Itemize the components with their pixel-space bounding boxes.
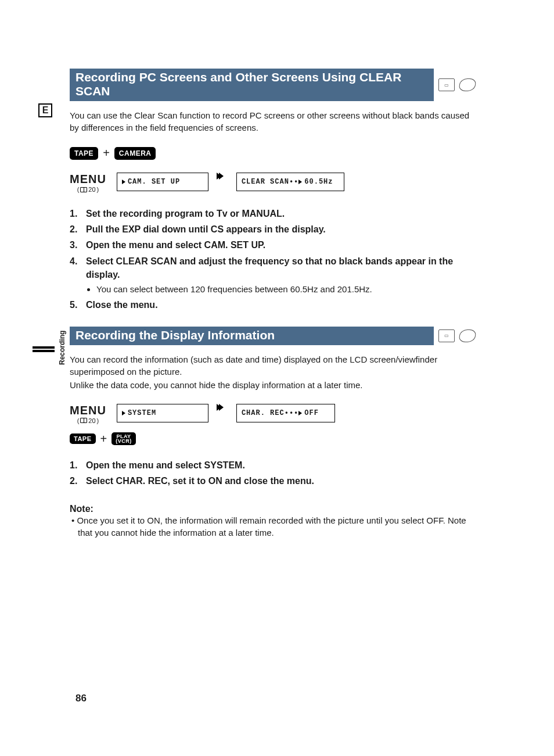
section2-mode-row: TAPE + PLAY (VCR) <box>70 432 476 446</box>
menu-page-ref: ( 20) <box>70 417 106 424</box>
step-5: Close the menu. <box>70 298 476 311</box>
language-indicator: E <box>38 103 52 117</box>
section2-steps: Open the menu and select SYSTEM. Select … <box>70 458 476 488</box>
book-icon <box>80 418 87 423</box>
step-1: Open the menu and select SYSTEM. <box>70 458 476 472</box>
section2-intro-2: Unlike the data code, you cannot hide th… <box>70 379 476 391</box>
menu-box2-left: CLEAR SCAN <box>242 178 289 186</box>
double-triangle-icon <box>219 173 224 180</box>
menu-label-block: MENU ( 20) <box>70 173 106 193</box>
menu-word: MENU <box>70 404 106 417</box>
section2-intro-1: You can record the information (such as … <box>70 353 476 378</box>
menu-label-block: MENU ( 20) <box>70 404 106 424</box>
section-marker-bars <box>33 346 55 349</box>
note-heading: Note: <box>70 504 476 514</box>
section1-mode-row: TAPE + CAMERA <box>70 146 476 160</box>
section2-title: Recording the Display Information <box>70 327 434 345</box>
play-vcr-pill: PLAY (VCR) <box>111 432 136 445</box>
menu-box3-text: SYSTEM <box>128 409 156 417</box>
menu-box4-right: OFF <box>304 409 319 417</box>
step-4-text: Select CLEAR SCAN and adjust the frequen… <box>86 256 453 280</box>
menu-box-cam-setup: CAM. SET UP <box>117 173 208 191</box>
card-mode-icon <box>458 329 477 342</box>
section1-intro: You can use the Clear Scan function to r… <box>70 109 476 134</box>
book-icon <box>80 187 87 192</box>
dots: ••• <box>285 409 299 417</box>
menu-page-num: 20 <box>88 417 95 424</box>
section2-header: Recording the Display Information ▭ <box>70 327 476 345</box>
step-2: Select CHAR. REC, set it to ON and close… <box>70 474 476 488</box>
triangle-icon <box>298 411 302 415</box>
double-triangle-icon <box>219 404 224 411</box>
menu-box-clear-scan: CLEAR SCAN••60.5Hz <box>236 173 344 191</box>
step-2: Pull the EXP dial down until CS appears … <box>70 223 476 236</box>
play-pill-bot: (VCR) <box>116 439 132 443</box>
step-1: Set the recording program to Tv or MANUA… <box>70 207 476 220</box>
page-number: 86 <box>75 693 87 704</box>
menu-box4-left: CHAR. REC <box>242 409 285 417</box>
step-4: Select CLEAR SCAN and adjust the frequen… <box>70 255 476 296</box>
section1-header: Recording PC Screens and Other Screens U… <box>70 69 476 101</box>
tape-pill: TAPE <box>70 433 96 444</box>
triangle-icon <box>298 180 302 184</box>
menu-box1-text: CAM. SET UP <box>128 178 180 186</box>
menu-word: MENU <box>70 173 106 186</box>
note-body: • Once you set it to ON, the information… <box>70 514 476 539</box>
menu-page-ref: ( 20) <box>70 186 106 193</box>
menu-box-char-rec: CHAR. REC•••OFF <box>236 404 335 422</box>
section1-title: Recording PC Screens and Other Screens U… <box>70 69 434 101</box>
menu-page-num: 20 <box>88 186 95 193</box>
triangle-icon <box>122 180 125 184</box>
section1-menu-row: MENU ( 20) CAM. SET UP CLEAR SCAN••60.5H… <box>70 173 476 193</box>
tape-mode-icon: ▭ <box>438 329 455 342</box>
section-marker-label: Recording <box>58 331 66 365</box>
section2-menu-row: MENU ( 20) SYSTEM CHAR. REC•••OFF <box>70 404 476 424</box>
menu-box-system: SYSTEM <box>117 404 208 422</box>
plus-icon: + <box>103 146 110 160</box>
section1-steps: Set the recording program to Tv or MANUA… <box>70 207 476 311</box>
plus-icon: + <box>100 432 107 446</box>
dots: •• <box>289 178 298 186</box>
card-mode-icon <box>458 78 477 91</box>
step-3: Open the menu and select CAM. SET UP. <box>70 238 476 252</box>
page-content: E Recording Recording PC Screens and Oth… <box>0 0 554 539</box>
step-4-bullet: You can select between 120 frequencies b… <box>96 283 476 296</box>
tape-mode-icon: ▭ <box>438 78 455 91</box>
triangle-icon <box>122 411 125 415</box>
menu-box2-right: 60.5Hz <box>304 178 333 186</box>
camera-pill: CAMERA <box>114 147 156 160</box>
tape-pill: TAPE <box>70 147 98 160</box>
